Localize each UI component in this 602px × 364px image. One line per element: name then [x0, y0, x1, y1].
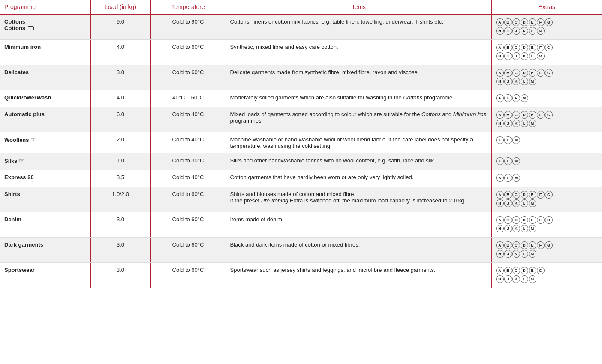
badge-G: G [537, 267, 545, 274]
badge-G: G [545, 191, 553, 199]
programme-cell: Denim [0, 212, 90, 238]
programme-name: Sportswear [4, 267, 35, 273]
badge-E: E [529, 18, 536, 26]
programme-name: Delicates [4, 69, 29, 75]
items-text: Moderately soiled garments which are als… [230, 94, 454, 101]
badge-M: M [529, 225, 536, 232]
table-row: CottonsCottons 9.0Cold to 90°CCottons, l… [0, 14, 602, 40]
programme-name: Shirts [4, 191, 20, 197]
items-cell: Silks and other handwashable fabrics wit… [226, 153, 491, 170]
badge-D: D [521, 241, 528, 249]
badge-L: L [521, 78, 528, 85]
badge-C: C [512, 241, 520, 249]
items-cell: Items made of denim. [226, 212, 491, 238]
extras-cell: ABCDEFGHJKLM [491, 65, 602, 90]
badge-H: H [496, 120, 504, 127]
extras-cell: ELM [491, 132, 602, 153]
badge-K: K [512, 120, 520, 127]
load-cell: 3.0 [90, 238, 150, 263]
badge-E: E [504, 94, 512, 102]
badge-F: F [504, 174, 512, 182]
badge-E: E [496, 157, 504, 165]
badge-K: K [512, 275, 520, 283]
hand-wash-icon: ☞ [19, 157, 24, 164]
temperature-cell: Cold to 30°C [150, 153, 226, 170]
badge-A: A [496, 267, 504, 274]
extras-cell: ABCDEFGHJKLM [491, 107, 602, 132]
badge-H: H [496, 250, 504, 258]
items-cell: Sportswear such as jersey shirts and leg… [226, 263, 491, 288]
badge-E: E [529, 267, 536, 274]
badge-D: D [521, 69, 528, 77]
temperature-cell: 40°C – 60°C [150, 90, 226, 107]
badge-C: C [512, 111, 520, 119]
badge-B: B [504, 241, 512, 249]
extras-cell: AFM [491, 170, 602, 187]
programme-cell: Delicates [0, 65, 90, 90]
badge-F: F [537, 241, 545, 249]
extras-cell: ABCDEFGHJKLM [491, 187, 602, 212]
extras-cell: ABCDEFGHJKLM [491, 238, 602, 263]
table-row: Dark garments3.0Cold to 60°CBlack and da… [0, 238, 602, 263]
badge-J: J [504, 250, 512, 258]
badge-E: E [529, 44, 536, 51]
temperature-cell: Cold to 60°C [150, 263, 226, 288]
extras-cell: ABCDEFGHIJKLM [491, 14, 602, 40]
badge-G: G [545, 111, 553, 119]
temperature-cell: Cold to 90°C [150, 14, 226, 40]
badge-A: A [496, 174, 504, 182]
badge-G: G [545, 241, 553, 249]
table-row: Minimum iron4.0Cold to 60°CSynthetic, mi… [0, 40, 602, 65]
programme-name: Denim [4, 216, 21, 223]
header-programme: Programme [0, 0, 90, 14]
badge-L: L [521, 275, 528, 283]
temperature-cell: Cold to 40°C [150, 132, 226, 153]
badge-C: C [512, 69, 520, 77]
badge-G: G [545, 18, 553, 26]
items-cell: Cotton garments that have hardly been wo… [226, 170, 491, 187]
badge-L: L [521, 120, 528, 127]
badge-A: A [496, 191, 504, 199]
programme-name: QuickPowerWash [4, 94, 51, 101]
badge-E: E [529, 69, 536, 77]
badge-D: D [521, 267, 528, 274]
programme-cell: Sportswear [0, 263, 90, 288]
badge-C: C [512, 216, 520, 224]
temperature-cell: Cold to 40°C [150, 107, 226, 132]
badge-M: M [521, 94, 528, 102]
table-row: Denim3.0Cold to 60°CItems made of denim.… [0, 212, 602, 238]
table-row: Automatic plus6.0Cold to 40°CMixed loads… [0, 107, 602, 132]
load-cell: 6.0 [90, 107, 150, 132]
load-cell: 3.0 [90, 65, 150, 90]
items-cell: Black and dark items made of cotton or m… [226, 238, 491, 263]
table-row: Woollens ☞2.0Cold to 40°CMachine-washabl… [0, 132, 602, 153]
load-cell: 4.0 [90, 40, 150, 65]
programme-cell: Express 20 [0, 170, 90, 187]
badge-L: L [529, 27, 536, 35]
badge-J: J [504, 78, 512, 85]
badge-F: F [537, 69, 545, 77]
badge-H: H [496, 199, 504, 207]
header-items: Items [226, 0, 491, 14]
table-row: QuickPowerWash4.040°C – 60°CModerately s… [0, 90, 602, 107]
badge-E: E [529, 216, 536, 224]
badge-M: M [529, 120, 536, 127]
badge-A: A [496, 111, 504, 119]
load-cell: 1.0/2.0 [90, 187, 150, 212]
badge-D: D [521, 216, 528, 224]
eco-icon [28, 26, 34, 30]
badge-C: C [512, 191, 520, 199]
programme-name: Cottons [4, 18, 25, 25]
badge-L: L [529, 52, 536, 60]
badge-M: M [529, 78, 536, 85]
badge-E: E [529, 241, 536, 249]
table-row: Shirts1.0/2.0Cold to 60°CShirts and blou… [0, 187, 602, 212]
temperature-cell: Cold to 60°C [150, 40, 226, 65]
badge-A: A [496, 18, 504, 26]
extras-cell: AEFM [491, 90, 602, 107]
badge-C: C [512, 267, 520, 274]
programme-cell: Dark garments [0, 238, 90, 263]
extras-cell: ABCDEGHJKLM [491, 263, 602, 288]
badge-D: D [521, 44, 528, 51]
badge-A: A [496, 69, 504, 77]
